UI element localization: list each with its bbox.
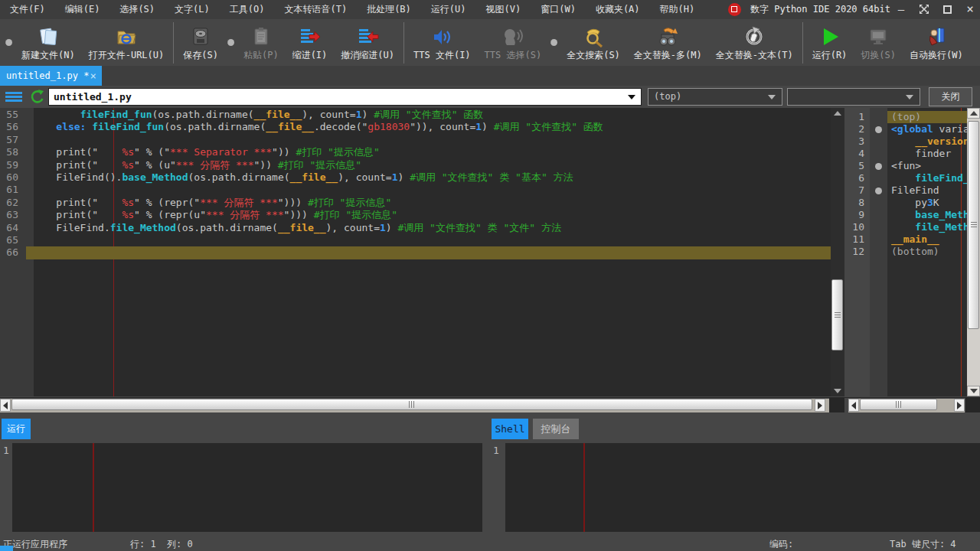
- structure-row-6[interactable]: 6 fileFind_fun: [848, 172, 967, 184]
- tab-shell[interactable]: Shell: [492, 419, 528, 439]
- scope-dropdown[interactable]: (top): [648, 88, 782, 106]
- menu-item-8[interactable]: 视图(V): [476, 0, 531, 19]
- code-line-66[interactable]: 66: [0, 246, 831, 259]
- structure-item-label: __main__: [887, 233, 967, 246]
- scroll-up-icon[interactable]: [831, 108, 844, 119]
- structure-row-3[interactable]: 3 __version__: [848, 135, 967, 148]
- refresh-icon[interactable]: [29, 89, 45, 105]
- indent-icon: [298, 25, 321, 48]
- combobox-dropdown-icon[interactable]: [628, 95, 635, 99]
- scroll-right-icon[interactable]: [815, 399, 825, 412]
- code-line-65[interactable]: 65: [0, 234, 831, 246]
- close-window-button[interactable]: ×: [962, 0, 978, 19]
- toolbar-label: 打开文件-URL(U): [89, 49, 165, 62]
- code-text: [26, 184, 831, 196]
- menu-item-4[interactable]: 工具(O): [220, 0, 275, 19]
- tab-close-icon[interactable]: ×: [90, 66, 96, 86]
- scroll-left-icon[interactable]: [0, 399, 11, 412]
- scroll-right-icon[interactable]: [954, 399, 965, 412]
- code-line-56[interactable]: 56 else: fileFind_fun(os.path.dirname(__…: [0, 121, 831, 133]
- toolbar-button-open-file-url[interactable]: 打开文件-URL(U): [82, 24, 172, 62]
- code-line-63[interactable]: 63 print(" %s" % (repr(u"*** 分隔符 ***")))…: [0, 209, 831, 221]
- structure-row-2[interactable]: 2<global variable>: [848, 123, 967, 135]
- maximize-button[interactable]: [939, 0, 956, 19]
- toolbar-button-indent[interactable]: 缩进(I): [286, 24, 335, 62]
- tab-console[interactable]: 控制台: [533, 419, 579, 439]
- toolbar-button-paste[interactable]: 粘贴(P): [237, 24, 286, 62]
- menu-item-10[interactable]: 收藏夹(A): [586, 0, 650, 19]
- toolbar-button-search-all[interactable]: 全文搜索(S): [560, 24, 627, 62]
- toolbar-button-new-file[interactable]: 新建文件(N): [15, 24, 82, 62]
- menu-item-0[interactable]: 文件(F): [0, 0, 55, 19]
- scroll-down-icon[interactable]: [967, 386, 980, 396]
- structure-row-12[interactable]: 12(bottom): [848, 246, 967, 258]
- shell-output-panel[interactable]: [12, 443, 482, 532]
- fullscreen-icon: [919, 4, 929, 15]
- menu-item-1[interactable]: 编辑(E): [55, 0, 110, 19]
- tab-untitled-1[interactable]: untitled_1.py * ×: [0, 66, 102, 86]
- toolbar-separator: [5, 39, 12, 46]
- structure-row-11[interactable]: 11__main__: [848, 233, 967, 246]
- structure-row-7[interactable]: 7FileFind: [848, 184, 967, 197]
- structure-item-label: <global variable>: [887, 123, 967, 135]
- scroll-left-icon[interactable]: [848, 399, 859, 412]
- hamburger-menu-icon[interactable]: [5, 92, 22, 103]
- menu-item-6[interactable]: 批处理(B): [357, 0, 421, 19]
- toolbar-button-unindent[interactable]: 撤消缩进(U): [334, 24, 401, 62]
- toolbar-button-toggle[interactable]: 切换(S): [854, 24, 903, 62]
- toolbar-button-word-wrap[interactable]: 自动换行(W): [903, 24, 970, 62]
- code-line-58[interactable]: 58 print(" %s" % ("*** Separator ***")) …: [0, 146, 831, 158]
- structure-row-1[interactable]: 1(top): [848, 111, 967, 123]
- toolbar-button-run[interactable]: 运行(R): [805, 24, 854, 62]
- toolbar-button-save[interactable]: 保存(S): [176, 24, 225, 62]
- code-line-59[interactable]: 59 print(" %s" % (u"*** 分隔符 ***")) #打印 "…: [0, 159, 831, 171]
- toolbar-button-tts-select[interactable]: TTS 选择(S): [478, 24, 549, 62]
- structure-vertical-scrollbar[interactable]: [967, 108, 980, 396]
- member-dropdown[interactable]: [787, 88, 920, 106]
- code-text: [26, 246, 831, 259]
- code-line-55[interactable]: 55 fileFind_fun(os.path.dirname(__file__…: [0, 109, 831, 121]
- scroll-down-icon[interactable]: [831, 386, 844, 396]
- file-combobox[interactable]: [48, 88, 642, 106]
- menu-item-5[interactable]: 文本转语音(T): [274, 0, 357, 19]
- code-editor[interactable]: 55 fileFind_fun(os.path.dirname(__file__…: [0, 108, 831, 396]
- structure-row-8[interactable]: 8 py3K: [848, 197, 967, 209]
- menu-item-3[interactable]: 文字(L): [165, 0, 220, 19]
- menu-item-9[interactable]: 窗口(W): [531, 0, 586, 19]
- structure-vscroll-thumb[interactable]: [968, 121, 979, 329]
- toolbar-button-replace-multi[interactable]: 全文替换-多(M): [627, 24, 709, 62]
- close-file-button[interactable]: 关闭: [929, 87, 972, 106]
- toolbar-button-tts-file[interactable]: TTS 文件(I): [407, 24, 478, 62]
- structure-hscroll-thumb[interactable]: [860, 399, 937, 410]
- menu-item-11[interactable]: 帮助(H): [650, 0, 705, 19]
- minimize-button[interactable]: —: [893, 0, 910, 19]
- horizontal-scrollbar-row: [0, 397, 980, 412]
- menu-item-2[interactable]: 选择(S): [109, 0, 165, 19]
- structure-line-number: 1: [848, 111, 870, 123]
- menu-item-7[interactable]: 运行(U): [421, 0, 476, 19]
- code-line-64[interactable]: 64 FileFind.file_Method(os.path.dirname(…: [0, 222, 831, 234]
- editor-vertical-scrollbar[interactable]: [831, 108, 844, 396]
- code-line-62[interactable]: 62 print(" %s" % (repr("*** 分隔符 ***"))) …: [0, 197, 831, 209]
- structure-row-9[interactable]: 9 base_Method: [848, 209, 967, 221]
- scroll-up-icon[interactable]: [967, 108, 980, 119]
- fullscreen-button[interactable]: [916, 0, 933, 19]
- status-line-col: 行: 1 列: 0: [130, 538, 193, 551]
- toolbar-button-replace-text[interactable]: 全文替换-文本(T): [709, 24, 800, 62]
- dropdown-arrow-icon[interactable]: [906, 95, 913, 99]
- editor-vscroll-thumb[interactable]: [831, 279, 843, 350]
- editor-hscroll-thumb[interactable]: [11, 399, 812, 410]
- run-output-button[interactable]: 运行: [2, 419, 31, 439]
- dropdown-arrow-icon[interactable]: [768, 95, 776, 99]
- code-line-61[interactable]: 61: [0, 184, 831, 196]
- line-number: 66: [0, 246, 26, 259]
- structure-bullet-cell: [870, 209, 887, 221]
- console-output-panel[interactable]: [505, 443, 980, 532]
- structure-row-4[interactable]: 4 finder: [848, 148, 967, 160]
- structure-row-5[interactable]: 5<fun>: [848, 160, 967, 172]
- code-line-57[interactable]: 57: [0, 134, 831, 146]
- file-combobox-input[interactable]: [49, 89, 623, 105]
- structure-row-10[interactable]: 10 file_Method: [848, 221, 967, 233]
- line-number: 55: [0, 109, 26, 121]
- code-line-60[interactable]: 60 FileFind().base_Method(os.path.dirnam…: [0, 171, 831, 184]
